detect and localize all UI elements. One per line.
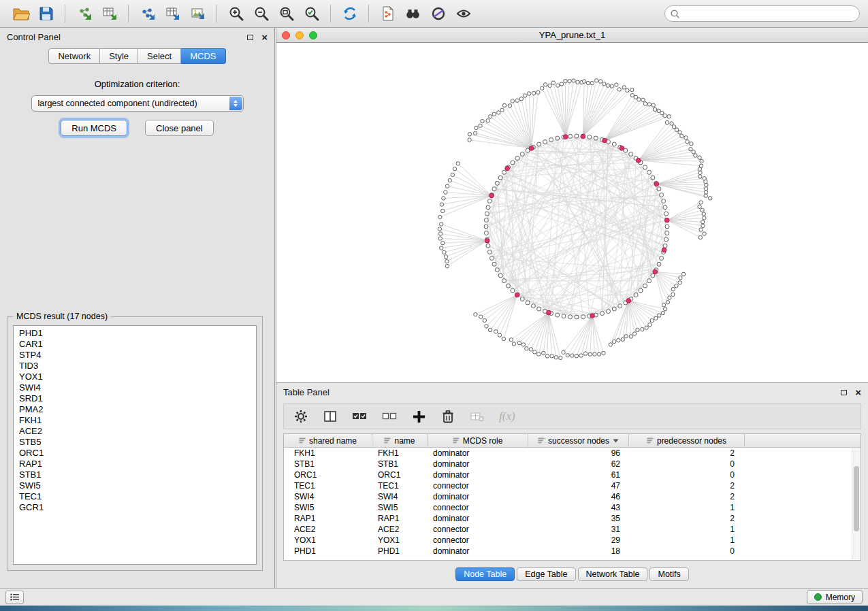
- table-row[interactable]: ORC1ORC1dominator610: [284, 469, 852, 480]
- export-image-button[interactable]: [185, 3, 210, 24]
- cell-shared-name: TEC1: [284, 481, 372, 491]
- application-window: Control Panel × NetworkStyleSelectMCDS O…: [0, 0, 868, 611]
- mcds-result-item[interactable]: TID3: [14, 361, 256, 371]
- tab-motifs[interactable]: Motifs: [649, 567, 688, 581]
- table-row[interactable]: SWI5SWI5connector431: [284, 502, 852, 513]
- sort-menu-chevron-icon[interactable]: [613, 439, 619, 443]
- close-panel-button[interactable]: Close panel: [145, 120, 214, 136]
- zoom-selected-button[interactable]: [299, 3, 324, 24]
- mcds-result-item[interactable]: ORC1: [14, 448, 256, 459]
- network-canvas[interactable]: [276, 43, 868, 382]
- zoom-out-icon: [253, 5, 270, 22]
- find-network-button[interactable]: [400, 3, 425, 24]
- zoom-in-button[interactable]: [223, 3, 248, 24]
- toolbar-separator: [216, 5, 217, 22]
- mcds-result-item[interactable]: RAP1: [14, 459, 256, 469]
- close-panel-icon[interactable]: ×: [261, 32, 268, 42]
- show-hide-button[interactable]: [451, 3, 476, 24]
- column-header-MCDS-role[interactable]: MCDS role: [428, 434, 528, 447]
- table-row[interactable]: PHD1PHD1dominator180: [284, 546, 852, 557]
- export-network-button[interactable]: [135, 3, 160, 24]
- zoom-fit-icon: [278, 5, 295, 22]
- toolbar-separator: [330, 5, 331, 22]
- add-column-icon[interactable]: [412, 410, 426, 424]
- share-document-button[interactable]: [375, 3, 400, 24]
- criterion-dropdown[interactable]: largest connected component (undirected): [31, 95, 244, 112]
- tab-select[interactable]: Select: [138, 48, 181, 64]
- tab-edge-table[interactable]: Edge Table: [517, 567, 575, 581]
- table-vertical-scrollbar[interactable]: [852, 448, 860, 559]
- float-panel-icon[interactable]: [247, 35, 253, 40]
- zoom-out-button[interactable]: [248, 3, 274, 24]
- table-settings-gear-icon[interactable]: [293, 409, 308, 424]
- open-session-button[interactable]: [8, 3, 33, 24]
- toggle-details-button[interactable]: [425, 3, 451, 24]
- unselect-all-icon[interactable]: [382, 410, 398, 423]
- save-session-button[interactable]: [33, 3, 59, 24]
- tab-network-table[interactable]: Network Table: [578, 567, 648, 581]
- mcds-result-item[interactable]: ACE2: [14, 426, 256, 437]
- memory-button[interactable]: Memory: [807, 590, 863, 604]
- mcds-result-item[interactable]: YOX1: [14, 371, 256, 382]
- scrollbar-thumb[interactable]: [854, 466, 859, 531]
- import-network-button[interactable]: [71, 3, 97, 24]
- table-row[interactable]: RAP1RAP1dominator352: [284, 513, 852, 524]
- dropdown-stepper-icon[interactable]: [229, 97, 242, 110]
- search-input[interactable]: [683, 8, 854, 19]
- column-header-name[interactable]: name: [372, 434, 428, 447]
- import-table-button[interactable]: [97, 3, 122, 24]
- mcds-result-item[interactable]: STP4: [14, 350, 256, 361]
- cell-shared-name: RAP1: [284, 514, 372, 523]
- window-zoom-button[interactable]: [309, 31, 317, 39]
- table-row[interactable]: FKH1FKH1dominator962: [284, 448, 852, 459]
- column-header-successor-nodes[interactable]: successor nodes: [528, 434, 629, 447]
- tab-style[interactable]: Style: [100, 48, 138, 64]
- mcds-result-item[interactable]: PMA2: [14, 404, 256, 415]
- run-mcds-button[interactable]: Run MCDS: [61, 120, 127, 136]
- column-header-shared-name[interactable]: shared name: [284, 434, 372, 447]
- mcds-result-item[interactable]: STB1: [14, 469, 256, 480]
- column-header-label: successor nodes: [548, 436, 609, 446]
- table-row[interactable]: ACE2ACE2connector311: [284, 524, 852, 535]
- network-view-window: YPA_prune.txt_1: [276, 28, 868, 382]
- export-table-button[interactable]: [160, 3, 185, 24]
- cell-MCDS-role: connector: [428, 503, 528, 512]
- delete-column-icon[interactable]: [440, 409, 455, 424]
- tab-node-table[interactable]: Node Table: [455, 567, 515, 581]
- task-history-button[interactable]: [5, 591, 24, 604]
- mcds-result-item[interactable]: SWI4: [14, 382, 256, 393]
- close-panel-icon[interactable]: ×: [855, 387, 861, 397]
- cell-MCDS-role: dominator: [428, 546, 528, 556]
- node-table-header: shared namenameMCDS rolesuccessor nodesp…: [284, 434, 861, 448]
- table-row[interactable]: SWI4SWI4dominator462: [284, 491, 852, 502]
- mcds-result-item[interactable]: SWI5: [14, 480, 256, 491]
- import-table-icon: [101, 5, 118, 22]
- mcds-result-item[interactable]: GCR1: [14, 502, 256, 513]
- float-panel-icon[interactable]: [841, 390, 847, 395]
- mcds-result-list[interactable]: PHD1CAR1STP4TID3YOX1SWI4SRD1PMA2FKH1ACE2…: [13, 325, 257, 565]
- column-header-predecessor-nodes[interactable]: predecessor nodes: [629, 434, 745, 447]
- cell-name: FKH1: [372, 448, 428, 458]
- tab-mcds[interactable]: MCDS: [181, 48, 225, 64]
- table-row[interactable]: STB1STB1dominator620: [284, 459, 852, 469]
- column-header-filler: [745, 434, 861, 447]
- mcds-result-item[interactable]: SRD1: [14, 393, 256, 404]
- tab-network[interactable]: Network: [48, 48, 100, 64]
- apply-layout-button[interactable]: [337, 3, 362, 24]
- network-window-title: YPA_prune.txt_1: [276, 30, 868, 40]
- export-table-icon: [165, 5, 181, 22]
- table-row[interactable]: TEC1TEC1connector472: [284, 480, 852, 491]
- mcds-result-item[interactable]: STB5: [14, 437, 256, 448]
- table-row[interactable]: YOX1YOX1connector291: [284, 535, 852, 546]
- select-all-icon[interactable]: [352, 410, 368, 423]
- criterion-dropdown-value: largest connected component (undirected): [38, 99, 197, 108]
- mcds-result-item[interactable]: CAR1: [14, 339, 256, 350]
- search-box[interactable]: [664, 5, 860, 22]
- window-close-button[interactable]: [282, 31, 290, 39]
- zoom-fit-button[interactable]: [274, 3, 299, 24]
- window-minimize-button[interactable]: [295, 31, 304, 39]
- show-columns-icon[interactable]: [323, 409, 338, 424]
- mcds-result-item[interactable]: FKH1: [14, 415, 256, 426]
- mcds-result-item[interactable]: TEC1: [14, 491, 256, 502]
- mcds-result-item[interactable]: PHD1: [14, 328, 256, 339]
